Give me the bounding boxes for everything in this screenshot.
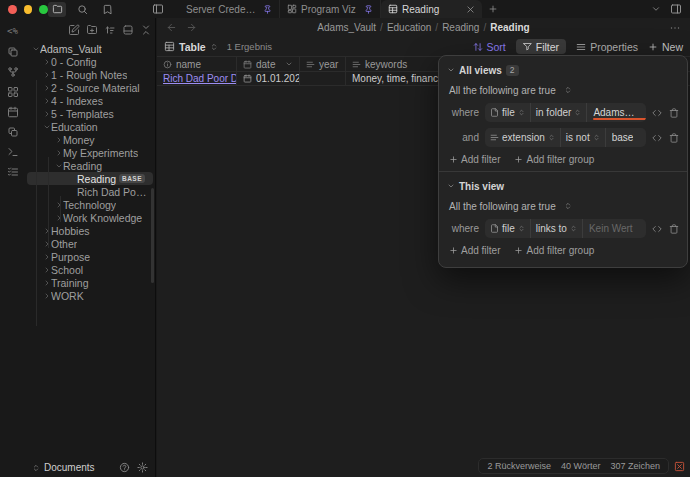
char-count: 307 Zeichen bbox=[610, 461, 660, 471]
zoom-window-button[interactable] bbox=[39, 5, 48, 14]
new-note-icon[interactable] bbox=[68, 24, 80, 36]
chevron-down-icon[interactable] bbox=[285, 60, 293, 68]
panel-right-icon[interactable] bbox=[670, 3, 682, 15]
code-icon[interactable] bbox=[652, 108, 662, 118]
tab-program-viz[interactable]: Program Viz bbox=[280, 0, 381, 18]
arrow-left-icon[interactable] bbox=[166, 22, 177, 33]
operator-select[interactable]: in folder bbox=[531, 103, 588, 122]
all-views-section-header[interactable]: All views 2 bbox=[447, 63, 679, 77]
chevron-right-icon bbox=[42, 292, 51, 300]
cell-year[interactable] bbox=[300, 72, 346, 85]
view-type-selector[interactable]: Table bbox=[164, 41, 218, 53]
column-header-date[interactable]: date bbox=[237, 57, 300, 71]
tree-item-4-indexes[interactable]: 4 - Indexes bbox=[25, 94, 155, 107]
sort-order-icon[interactable] bbox=[104, 24, 116, 36]
sort-button[interactable]: Sort bbox=[473, 41, 506, 53]
filter-value-input[interactable]: Kein Wert bbox=[583, 219, 646, 238]
tree-item-5-templates[interactable]: 5 - Templates bbox=[25, 107, 155, 120]
column-header-name[interactable]: name bbox=[157, 57, 237, 71]
operator-select[interactable]: links to bbox=[531, 219, 583, 238]
breadcrumb-item[interactable]: Adams_Vault bbox=[317, 22, 376, 33]
chevrons-up-down-icon bbox=[570, 225, 577, 232]
new-tab-button[interactable] bbox=[482, 0, 504, 18]
cell-date[interactable]: 01.01.2024 bbox=[237, 72, 300, 85]
tree-item-my-experiments[interactable]: My Experiments bbox=[25, 146, 155, 159]
calendar-icon[interactable] bbox=[6, 105, 20, 118]
breadcrumb-item[interactable]: Education bbox=[387, 22, 431, 33]
templater-icon[interactable]: <% bbox=[6, 25, 20, 38]
column-header-year[interactable]: year bbox=[300, 57, 346, 71]
close-tab-icon[interactable] bbox=[466, 5, 475, 14]
tab-server-credentials[interactable]: Server Credentials bbox=[179, 0, 280, 18]
help-icon[interactable] bbox=[119, 462, 130, 473]
terminal-icon[interactable] bbox=[6, 145, 20, 158]
cell-name[interactable]: Rich Dad Poor Dad bbox=[157, 72, 237, 85]
plus-icon bbox=[449, 155, 458, 164]
field-select[interactable]: file bbox=[485, 219, 531, 238]
tree-item-school[interactable]: School bbox=[25, 263, 155, 276]
filter-value-input[interactable]: Adams_Vault/Education/Readi... bbox=[587, 103, 646, 122]
filter-button[interactable]: Filter bbox=[516, 39, 566, 54]
minimize-window-button[interactable] bbox=[24, 5, 33, 14]
properties-button[interactable]: Properties bbox=[576, 41, 638, 53]
trash-icon[interactable] bbox=[669, 108, 679, 118]
tree-item-work[interactable]: WORK bbox=[25, 289, 155, 302]
close-window-button[interactable] bbox=[8, 5, 17, 14]
trash-icon[interactable] bbox=[669, 133, 679, 143]
settings-gear-icon[interactable] bbox=[137, 462, 148, 473]
view-type-label: Table bbox=[179, 41, 206, 53]
collapse-all-icon[interactable] bbox=[140, 24, 152, 36]
code-icon[interactable] bbox=[652, 133, 662, 143]
copy-icon[interactable] bbox=[6, 125, 20, 138]
checklist-icon[interactable] bbox=[6, 165, 20, 178]
tree-item-2-source-material[interactable]: 2 - Source Material bbox=[25, 81, 155, 94]
tree-item-rich-dad-poor-dad[interactable]: Rich Dad Poor Dad bbox=[25, 185, 155, 198]
sync-error-icon[interactable] bbox=[674, 461, 685, 472]
bookmarks-panel-button[interactable] bbox=[98, 2, 116, 17]
tree-item-reading-folder[interactable]: Reading bbox=[25, 159, 155, 172]
tree-item-work-knowledge[interactable]: Work Knowledge bbox=[25, 211, 155, 224]
tree-item-purpose[interactable]: Purpose bbox=[25, 250, 155, 263]
add-filter-group-button[interactable]: Add filter group bbox=[514, 154, 594, 165]
this-view-section-header[interactable]: This view bbox=[447, 179, 679, 193]
more-options-icon[interactable] bbox=[669, 22, 681, 34]
git-fork-icon[interactable] bbox=[6, 65, 20, 78]
tree-item-1-rough-notes[interactable]: 1 - Rough Notes bbox=[25, 68, 155, 81]
filter-value-input[interactable]: base bbox=[606, 128, 646, 147]
code-icon[interactable] bbox=[652, 224, 662, 234]
add-filter-button[interactable]: Add filter bbox=[449, 245, 500, 256]
tree-item-hobbies[interactable]: Hobbies bbox=[25, 224, 155, 237]
new-entry-button[interactable]: New bbox=[648, 41, 683, 53]
add-filter-group-button[interactable]: Add filter group bbox=[514, 245, 594, 256]
layout-grid-icon[interactable] bbox=[6, 85, 20, 98]
field-select[interactable]: file bbox=[485, 103, 531, 122]
tree-item-adams-vault[interactable]: Adams_Vault bbox=[25, 42, 155, 55]
tree-item-money[interactable]: Money bbox=[25, 133, 155, 146]
breadcrumb-item-current[interactable]: Reading bbox=[490, 22, 529, 33]
tree-item-training[interactable]: Training bbox=[25, 276, 155, 289]
match-condition-select[interactable]: All the following are true bbox=[449, 84, 679, 96]
toggle-left-sidebar-button[interactable] bbox=[149, 2, 167, 17]
files-copy-icon[interactable] bbox=[6, 45, 20, 58]
sidebar-scrollbar[interactable] bbox=[151, 188, 154, 283]
add-filter-button[interactable]: Add filter bbox=[449, 154, 500, 165]
note-link[interactable]: Rich Dad Poor Dad bbox=[163, 73, 237, 84]
tree-item-other[interactable]: Other bbox=[25, 237, 155, 250]
trash-icon[interactable] bbox=[669, 224, 679, 234]
tree-item-reading-base-file[interactable]: ReadingBASE bbox=[27, 172, 153, 185]
tree-item-technology[interactable]: Technology bbox=[25, 198, 155, 211]
arrow-right-icon[interactable] bbox=[186, 22, 197, 33]
tab-reading[interactable]: Reading bbox=[381, 0, 482, 18]
files-panel-button[interactable] bbox=[48, 2, 66, 17]
operator-select[interactable]: is not bbox=[561, 128, 606, 147]
vault-switcher[interactable]: Documents bbox=[25, 458, 155, 477]
tree-item-0-config[interactable]: 0 - Config bbox=[25, 55, 155, 68]
tree-item-education[interactable]: Education bbox=[25, 120, 155, 133]
match-condition-select[interactable]: All the following are true bbox=[449, 200, 679, 212]
breadcrumb-item[interactable]: Reading bbox=[442, 22, 479, 33]
search-panel-button[interactable] bbox=[73, 2, 91, 17]
chevron-down-icon[interactable] bbox=[651, 4, 661, 14]
card-layout-icon[interactable] bbox=[122, 24, 134, 36]
field-select[interactable]: extension bbox=[485, 128, 561, 147]
new-folder-icon[interactable] bbox=[86, 24, 98, 36]
